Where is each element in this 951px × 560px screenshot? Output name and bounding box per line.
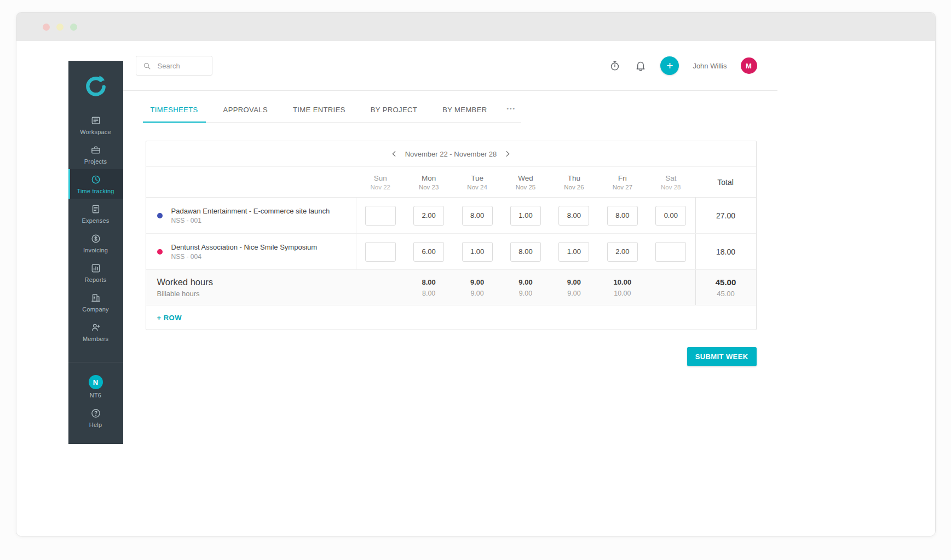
quick-add-button[interactable]: +	[660, 56, 679, 75]
sidebar-item-invoicing[interactable]: Invoicing	[68, 228, 123, 258]
sidebar-item-reports[interactable]: Reports	[68, 258, 123, 287]
tab-timesheets[interactable]: TIMESHEETS	[143, 96, 206, 123]
app-body: WorkspaceProjectsTime trackingExpensesIn…	[16, 41, 935, 536]
summary-day-cell: 10.0010.00	[598, 278, 647, 297]
sidebar-item-help[interactable]: Help	[68, 403, 123, 432]
day-header-tue: TueNov 24	[453, 174, 501, 190]
hours-input[interactable]	[558, 242, 589, 262]
notifications-bell-icon[interactable]	[635, 60, 647, 72]
expenses-icon	[90, 204, 101, 215]
user-avatar[interactable]: M	[741, 57, 757, 74]
sidebar-item-label: Members	[83, 336, 108, 342]
window-close-button[interactable]	[43, 24, 50, 31]
billable-hours-value: 9.00	[550, 290, 598, 297]
sidebar-workspace-switcher[interactable]: N NT6	[68, 370, 123, 403]
billable-hours-label: Billable hours	[157, 290, 356, 298]
hours-input[interactable]	[607, 242, 638, 262]
members-icon	[90, 322, 101, 333]
project-code: NSS - 001	[171, 217, 330, 224]
week-label: November 22 - November 28	[405, 150, 497, 158]
day-header-fri: FriNov 27	[598, 174, 647, 190]
sidebar-item-workspace[interactable]: Workspace	[68, 110, 123, 140]
hours-input[interactable]	[655, 206, 686, 226]
sidebar-bottom: N NT6 Help	[68, 362, 123, 432]
invoicing-icon	[90, 233, 101, 244]
week-navigation: November 22 - November 28	[146, 141, 756, 167]
sidebar-item-members[interactable]: Members	[68, 317, 123, 347]
hours-input[interactable]	[365, 242, 396, 262]
project-code: NSS - 004	[171, 253, 318, 261]
sidebar-item-company[interactable]: Company	[68, 287, 123, 317]
sidebar-item-label: Reports	[85, 276, 107, 283]
previous-week-button[interactable]	[390, 149, 399, 158]
tab-approvals[interactable]: APPROVALS	[216, 96, 275, 123]
sidebar-item-expenses[interactable]: Expenses	[68, 199, 123, 228]
timesheet-row: Denturist Association - Nice Smile Sympo…	[146, 234, 756, 270]
hours-input[interactable]	[462, 242, 493, 262]
worked-hours-value: 9.00	[550, 278, 598, 286]
tabs-more-icon[interactable]: •••	[505, 96, 522, 122]
summary-labels: Worked hoursBillable hours	[146, 277, 356, 298]
timer-icon[interactable]	[609, 60, 621, 72]
worked-hours-value: 10.00	[598, 278, 647, 286]
submit-week-button[interactable]: SUBMIT WEEK	[687, 347, 757, 366]
total-header: Total	[695, 178, 756, 187]
hours-cell	[550, 242, 598, 262]
hours-cell	[550, 206, 598, 226]
window-minimize-button[interactable]	[56, 24, 64, 31]
hours-cell	[598, 206, 647, 226]
hours-input[interactable]	[365, 206, 396, 226]
window-zoom-button[interactable]	[70, 24, 77, 31]
worked-hours-value: 8.00	[405, 278, 453, 286]
day-date: Nov 25	[502, 184, 550, 190]
search-box[interactable]	[136, 56, 212, 76]
hours-input[interactable]	[655, 242, 686, 262]
hours-cell	[598, 242, 647, 262]
tab-time-entries[interactable]: TIME ENTRIES	[285, 96, 353, 123]
hours-input[interactable]	[607, 206, 638, 226]
sheet-header: SunNov 22MonNov 23TueNov 24WedNov 25ThuN…	[146, 167, 756, 198]
sidebar-item-projects[interactable]: Projects	[68, 140, 123, 169]
hours-cell	[453, 242, 501, 262]
hours-cell	[647, 242, 695, 262]
billable-hours-value: 9.00	[502, 290, 550, 297]
summary-day-cell: 9.009.00	[550, 278, 598, 297]
project-name: Denturist Association - Nice Smile Sympo…	[171, 243, 318, 251]
search-input[interactable]	[157, 61, 206, 71]
day-header-sat: SatNov 28	[647, 174, 695, 190]
app-logo[interactable]	[68, 61, 123, 110]
reports-icon	[90, 263, 101, 274]
workspace-avatar: N	[89, 375, 103, 389]
billable-hours-value: 8.00	[405, 290, 453, 297]
add-row-button[interactable]: + ROW	[157, 314, 182, 322]
hours-input[interactable]	[558, 206, 589, 226]
app-window: WorkspaceProjectsTime trackingExpensesIn…	[16, 12, 936, 536]
project-info: Padawan Entertainment - E-commerce site …	[171, 207, 330, 224]
sidebar-item-time-tracking[interactable]: Time tracking	[68, 169, 123, 199]
tab-by-project[interactable]: BY PROJECT	[363, 96, 425, 123]
hours-input[interactable]	[413, 242, 444, 262]
tab-by-member[interactable]: BY MEMBER	[435, 96, 494, 123]
worked-total-value: 45.00	[716, 278, 736, 287]
hours-input[interactable]	[510, 206, 541, 226]
sheet-rows: Padawan Entertainment - E-commerce site …	[146, 198, 756, 270]
project-cell: Padawan Entertainment - E-commerce site …	[146, 198, 356, 233]
next-week-button[interactable]	[503, 149, 512, 158]
submit-area: SUBMIT WEEK	[123, 347, 757, 366]
hours-input[interactable]	[510, 242, 541, 262]
sidebar-item-label: Expenses	[82, 217, 109, 224]
help-icon	[90, 408, 101, 419]
summary-row: Worked hoursBillable hours8.008.009.009.…	[146, 270, 756, 305]
hours-cell	[647, 206, 695, 226]
billable-total-value: 45.00	[717, 290, 735, 298]
project-color-dot	[157, 213, 163, 218]
main-content: + John Willis M TIMESHEETSAPPROVALSTIME …	[123, 41, 777, 366]
day-name: Sat	[647, 174, 695, 182]
sidebar-item-label: Company	[82, 306, 108, 313]
user-name[interactable]: John Willis	[693, 62, 727, 70]
hours-cell	[356, 206, 405, 226]
hours-input[interactable]	[462, 206, 493, 226]
sidebar-item-label: Invoicing	[83, 247, 108, 253]
day-date: Nov 24	[453, 184, 501, 190]
hours-input[interactable]	[413, 206, 444, 226]
